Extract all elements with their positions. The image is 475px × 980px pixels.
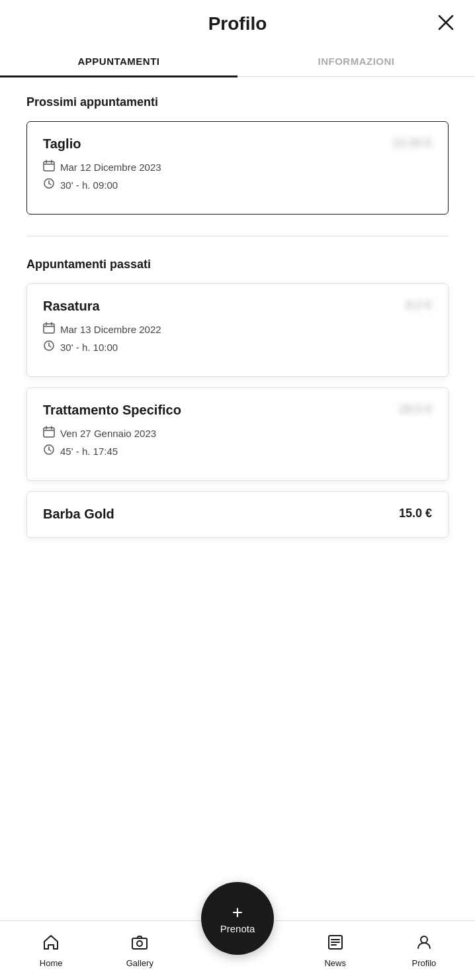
card-date: Mar 13 Dicembre 2022 [43, 322, 432, 336]
svg-line-8 [49, 183, 51, 185]
fab-label: Prenota [220, 923, 255, 934]
nav-home-label: Home [40, 958, 63, 968]
service-name: Taglio [43, 136, 81, 152]
card-header: Taglio 15.00 € [43, 136, 432, 152]
card-price: 28.0 € [399, 403, 432, 416]
card-price: 8.0 € [406, 299, 432, 313]
date-text: Mar 12 Dicembre 2023 [60, 162, 161, 173]
tab-appuntamenti[interactable]: APPUNTAMENTI [0, 45, 238, 76]
section-divider [26, 236, 449, 236]
svg-line-22 [49, 450, 51, 451]
main-content: Prossimi appuntamenti Taglio 15.00 € Mar… [0, 77, 475, 617]
service-name: Trattamento Specifico [43, 403, 181, 418]
clock-icon [43, 340, 55, 354]
clock-icon [43, 444, 55, 458]
svg-point-29 [421, 936, 427, 943]
svg-rect-9 [44, 324, 54, 333]
svg-rect-2 [44, 162, 54, 171]
profile-icon [415, 934, 433, 955]
fab-plus-icon: + [232, 903, 243, 922]
past-appointment-card-3[interactable]: Barba Gold 15.0 € [26, 491, 449, 538]
card-price: 15.00 € [392, 136, 432, 150]
calendar-icon [43, 426, 55, 440]
card-price: 15.0 € [399, 507, 432, 520]
calendar-icon [43, 322, 55, 336]
card-time: 30' - h. 10:00 [43, 340, 432, 354]
date-text: Ven 27 Gennaio 2023 [60, 428, 156, 439]
past-appointment-card-1[interactable]: Rasatura 8.0 € Mar 13 Dicembre 2022 [26, 283, 449, 377]
upcoming-appointment-card[interactable]: Taglio 15.00 € Mar 12 Dicembre 2023 [26, 121, 449, 215]
svg-line-15 [49, 346, 51, 347]
prenota-fab[interactable]: + Prenota [201, 882, 274, 955]
nav-news[interactable]: News [291, 928, 380, 973]
calendar-icon [43, 160, 55, 174]
page-title: Profilo [208, 13, 267, 34]
clock-icon [43, 178, 55, 191]
header: Profilo [0, 0, 475, 45]
tab-informazioni[interactable]: INFORMAZIONI [238, 45, 475, 76]
nav-profilo-label: Profilo [411, 958, 436, 968]
nav-news-label: News [324, 958, 346, 968]
past-appointment-card-2[interactable]: Trattamento Specifico 28.0 € Ven 27 Genn… [26, 387, 449, 481]
card-header: Barba Gold 15.0 € [43, 507, 432, 522]
svg-point-24 [137, 941, 142, 946]
card-header: Rasatura 8.0 € [43, 299, 432, 314]
news-icon [327, 934, 344, 955]
card-date: Mar 12 Dicembre 2023 [43, 160, 432, 174]
close-icon [437, 13, 455, 32]
upcoming-title: Prossimi appuntamenti [26, 95, 449, 109]
svg-rect-23 [132, 938, 147, 949]
home-icon [42, 934, 60, 955]
time-text: 45' - h. 17:45 [60, 446, 118, 457]
time-text: 30' - h. 10:00 [60, 342, 118, 353]
nav-home[interactable]: Home [7, 928, 95, 973]
nav-profilo[interactable]: Profilo [380, 928, 468, 973]
card-header: Trattamento Specifico 28.0 € [43, 403, 432, 418]
past-title: Appuntamenti passati [26, 258, 449, 271]
nav-gallery-label: Gallery [126, 958, 153, 968]
card-time: 45' - h. 17:45 [43, 444, 432, 458]
card-date: Ven 27 Gennaio 2023 [43, 426, 432, 440]
upcoming-section: Prossimi appuntamenti Taglio 15.00 € Mar… [26, 95, 449, 215]
service-name: Barba Gold [43, 507, 114, 522]
time-text: 30' - h. 09:00 [60, 179, 118, 191]
nav-gallery[interactable]: Gallery [95, 928, 184, 973]
tabs-bar: APPUNTAMENTI INFORMAZIONI [0, 45, 475, 77]
date-text: Mar 13 Dicembre 2022 [60, 324, 161, 335]
service-name: Rasatura [43, 299, 100, 314]
close-button[interactable] [433, 9, 459, 36]
card-time: 30' - h. 09:00 [43, 178, 432, 191]
camera-icon [131, 934, 148, 955]
past-section: Appuntamenti passati Rasatura 8.0 € Mar … [26, 258, 449, 538]
svg-rect-16 [44, 428, 54, 437]
